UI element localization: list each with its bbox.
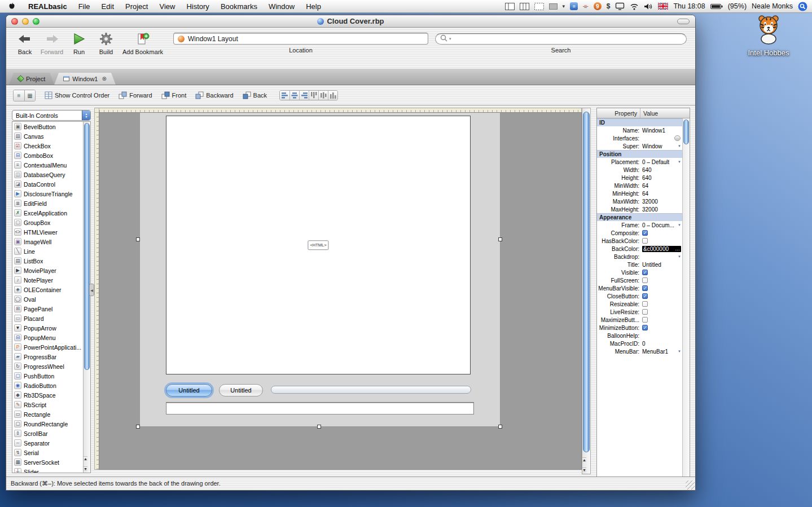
menu-project[interactable]: Project (120, 0, 153, 13)
list-view-icon[interactable]: ≡ (14, 90, 24, 101)
editfield-control[interactable] (166, 402, 474, 415)
control-rbscript[interactable]: ✎RbScript (12, 400, 83, 409)
bookmark-menu-icon[interactable]: ⌯ (583, 2, 589, 10)
prop-menubar-value[interactable]: MenuBar1 (642, 349, 682, 355)
prop-resizeable-value[interactable] (642, 301, 682, 307)
show-control-order-button[interactable]: Show Control Order (45, 91, 109, 99)
title-bar[interactable]: Cloud Cover.rbp (6, 15, 695, 28)
pushbutton-control[interactable]: Untitled (219, 384, 263, 396)
checkbox-unchecked-icon[interactable] (642, 317, 648, 323)
popup-arrow-icon[interactable]: ▼ (678, 350, 681, 353)
control-pushbutton[interactable]: ▢PushButton (12, 371, 83, 381)
prop-minimizebutton-value[interactable]: ✓ (642, 325, 682, 330)
displays-icon[interactable] (615, 2, 625, 10)
tab-window1[interactable]: Window1 ⊗ (54, 73, 116, 85)
selection-handle-bottom[interactable] (317, 425, 321, 429)
control-popupmenu[interactable]: ⊟PopupMenu (12, 333, 83, 342)
prop-maximizebutt-value[interactable] (642, 317, 682, 323)
chevron-down-icon[interactable]: ▾ (563, 3, 565, 9)
control-excelapplication[interactable]: ✗ExcelApplication (12, 208, 83, 218)
control-powerpointapplicati[interactable]: PPowerPointApplicati... (12, 342, 83, 352)
grid-view-icon[interactable]: ▦ (24, 90, 35, 101)
back-order-button[interactable]: Back (243, 91, 267, 99)
control-imagewell[interactable]: ▣ImageWell (12, 237, 83, 246)
prop-height-value[interactable]: 640 (642, 175, 682, 181)
prop-width-value[interactable]: 640 (642, 167, 682, 173)
build-button[interactable]: Build (94, 30, 118, 55)
popup-arrow-icon[interactable]: ▼ (678, 160, 681, 164)
tab-close-icon[interactable]: ⊗ (102, 76, 107, 82)
control-databasequery[interactable]: ◫DatabaseQuery (12, 170, 83, 179)
menu-file[interactable]: File (73, 0, 96, 13)
selection-handle-bottom-right[interactable] (498, 425, 502, 429)
menu-window[interactable]: Window (263, 0, 300, 13)
scroll-down-icon[interactable]: ▼ (582, 468, 586, 472)
prop-maxwidth-value[interactable]: 32000 (642, 199, 682, 205)
htmlviewer-control[interactable]: <HTML> (166, 116, 471, 374)
align-bottom-icon[interactable] (328, 91, 337, 100)
checkbox-unchecked-icon[interactable] (642, 238, 648, 244)
control-slider[interactable]: ┼Slider (12, 467, 83, 473)
control-progressbar[interactable]: ▰ProgressBar (12, 352, 83, 361)
control-combobox[interactable]: ⊟ComboBox (12, 151, 83, 160)
panel-collapse-arrow[interactable]: ◀ (89, 284, 94, 296)
controls-scrollbar-thumb[interactable] (84, 123, 90, 370)
control-separator[interactable]: ┄Separator (12, 438, 83, 448)
location-field[interactable]: Window1 Layout (173, 33, 428, 45)
prop-placement-value[interactable]: 0 – Default (642, 159, 682, 165)
ellipsis-button[interactable]: … (674, 135, 681, 141)
menu-history[interactable]: History (181, 0, 214, 13)
prop-maxheight-value[interactable]: 32000 (642, 206, 682, 213)
scroll-up-icon[interactable]: ▲ (582, 457, 586, 462)
align-left-icon[interactable] (280, 91, 289, 100)
volume-icon[interactable] (644, 3, 653, 10)
layout-canvas[interactable]: <HTML> Untitled Untitled (99, 112, 582, 470)
controls-scrollbar[interactable]: ▲ ▼ (83, 122, 90, 473)
checkbox-checked-icon[interactable]: ✓ (642, 325, 648, 330)
ellipsis-button[interactable]: … (675, 246, 680, 252)
control-listbox[interactable]: ▤ListBox (12, 256, 83, 266)
control-datacontrol[interactable]: ◪DataControl (12, 179, 83, 189)
dollar-menu-icon[interactable]: $ (607, 2, 611, 10)
menu-edit[interactable]: Edit (96, 0, 120, 13)
control-checkbox[interactable]: ☑CheckBox (12, 141, 83, 151)
control-noteplayer[interactable]: ♪NotePlayer (12, 275, 83, 285)
classic-environment-icon[interactable]: 9 (594, 2, 602, 10)
property-column-header[interactable]: Property (597, 108, 640, 118)
selection-handle-left[interactable] (136, 237, 140, 241)
prop-minwidth-value[interactable]: 64 (642, 183, 682, 189)
spotlight-icon[interactable] (798, 2, 807, 11)
scroll-down-icon[interactable]: ▼ (84, 466, 87, 471)
back-button[interactable]: Back (13, 30, 37, 55)
control-rectangle[interactable]: ▭Rectangle (12, 409, 83, 419)
prop-backcolor-value[interactable]: &c000000… (642, 246, 682, 252)
control-disclosuretriangle[interactable]: ▶DisclosureTriangle (12, 189, 83, 199)
forward-button[interactable]: Forward (40, 30, 64, 55)
checkbox-checked-icon[interactable]: ✓ (642, 270, 648, 275)
color-swatch-icon[interactable] (549, 3, 558, 10)
control-htmlviewer[interactable]: <>HTMLViewer (12, 227, 83, 237)
control-serial[interactable]: ↯Serial (12, 448, 83, 457)
control-bevelbutton[interactable]: ▣BevelButton (12, 122, 83, 131)
control-canvas[interactable]: ▤Canvas (12, 131, 83, 141)
control-roundrectangle[interactable]: ▢RoundRectangle (12, 419, 83, 429)
blue-app-menu-icon[interactable]: ≡ (570, 2, 578, 10)
control-oval[interactable]: ◯Oval (12, 294, 83, 304)
uk-flag-icon[interactable] (658, 3, 668, 10)
layout-mode-1-icon[interactable] (505, 3, 515, 10)
control-popuparrow[interactable]: ▼PopupArrow (12, 323, 83, 333)
prop-title-value[interactable]: Untitled (642, 262, 682, 268)
progressbar-control[interactable] (271, 386, 471, 394)
menu-clock[interactable]: Thu 18:08 (673, 2, 705, 10)
checkbox-unchecked-icon[interactable] (642, 277, 648, 283)
desktop-icon-intel-hobbes[interactable]: Intel Hobbes (746, 12, 791, 57)
selection-handle-right[interactable] (498, 237, 502, 241)
value-column-header[interactable]: Value (640, 110, 690, 117)
popup-arrow-icon[interactable]: ▼ (678, 144, 681, 148)
prop-minheight-value[interactable]: 64 (642, 191, 682, 197)
user-session-menu[interactable]: Neale Monks (752, 2, 793, 10)
tab-project[interactable]: Project (9, 73, 54, 85)
popup-arrow-icon[interactable]: ▼ (678, 255, 681, 258)
control-rb3dspace[interactable]: ◆Rb3DSpace (12, 390, 83, 400)
checkbox-unchecked-icon[interactable] (642, 309, 648, 315)
